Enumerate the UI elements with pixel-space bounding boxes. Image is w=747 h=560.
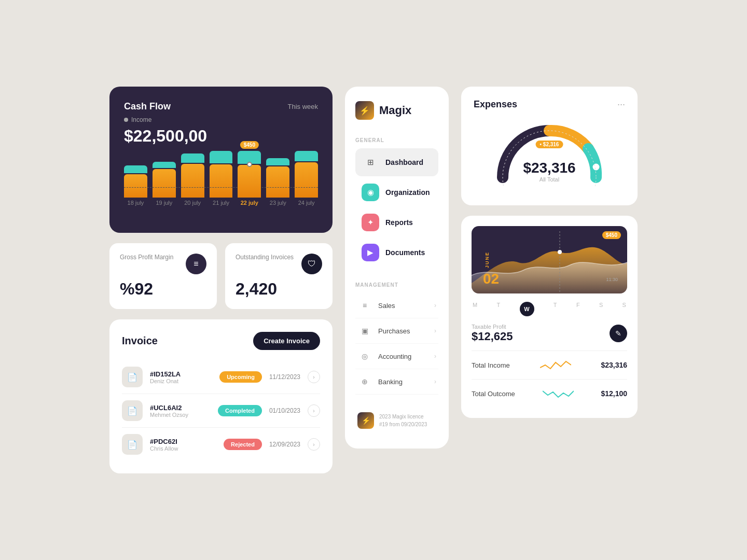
income-label: Income <box>131 116 151 123</box>
day-T1: T <box>496 302 500 316</box>
sales-arrow: › <box>434 302 436 309</box>
gross-profit-value: %92 <box>120 279 206 299</box>
left-column: Cash Flow This week Income $22,500,00 <box>109 87 333 473</box>
invoice-icon-1: 📄 <box>122 367 143 387</box>
bar-21july: 21 july <box>210 151 233 206</box>
bar-label-23july: 23 july <box>270 200 286 206</box>
expenses-more-button[interactable]: ··· <box>617 99 625 110</box>
week-days: M T W T F S S <box>472 302 627 316</box>
outcome-sparkline <box>543 386 574 401</box>
mgmt-label-banking: Banking <box>378 378 428 386</box>
invoice-info-3: #PDC62I Chris Allow <box>150 438 216 452</box>
invoice-info-2: #UCL6AI2 Mehmet Ozsoy <box>150 404 211 418</box>
status-badge-1: Upcoming <box>219 371 262 383</box>
chart-number: 02 <box>483 271 499 287</box>
mgmt-label-sales: Sales <box>378 302 428 310</box>
mgmt-item-accounting[interactable]: ◎ Accounting › <box>355 344 438 369</box>
logo-text: Magix <box>379 104 411 117</box>
footer-icon: ⚡ <box>357 412 374 429</box>
banking-icon: ⊕ <box>357 374 372 389</box>
purchases-icon: ▣ <box>357 324 372 338</box>
bar-label-24july: 24 july <box>298 200 315 206</box>
mgmt-item-sales[interactable]: ≡ Sales › <box>355 293 438 318</box>
gauge-center: $23,316 All Total <box>523 160 575 183</box>
outstanding-invoices-icon: 🛡 <box>301 254 322 274</box>
total-income-label: Total Income <box>472 361 510 369</box>
mgmt-item-purchases[interactable]: ▣ Purchases › <box>355 318 438 344</box>
day-S1: S <box>599 302 603 316</box>
bar-18july: 18 july <box>124 151 147 206</box>
invoice-date-2: 01/10/2023 <box>269 407 300 414</box>
expenses-title: Expenses <box>474 99 517 110</box>
total-outcome-label: Total Outcome <box>472 390 515 398</box>
bar-20july: 20 july <box>181 151 204 206</box>
svg-point-3 <box>558 250 562 254</box>
bar-tooltip: $450 <box>240 141 259 149</box>
chart-bars: 18 july 19 july <box>124 156 318 208</box>
nav-item-reports[interactable]: ✦ Reports <box>355 208 438 236</box>
nav-item-documents[interactable]: ▶ Documents <box>355 239 438 267</box>
nav-label-dashboard: Dashboard <box>385 158 423 166</box>
gross-profit-icon: ≡ <box>186 254 206 274</box>
bar-label-19july: 19 july <box>156 200 172 206</box>
bar-24july: 24 july <box>295 151 318 206</box>
sidebar: ⚡ Magix GENERAL ⊞ Dashboard ◉ Organizati… <box>345 87 449 449</box>
invoice-row-3: 📄 #PDC62I Chris Allow Rejected 12/09/202… <box>122 428 320 461</box>
day-S2: S <box>622 302 626 316</box>
status-badge-3: Rejected <box>224 439 262 450</box>
day-T2: T <box>554 302 557 316</box>
bar-label-18july: 18 july <box>128 200 144 206</box>
day-W: W <box>520 302 534 316</box>
invoice-date-3: 12/09/2023 <box>269 441 300 448</box>
nav-item-dashboard[interactable]: ⊞ Dashboard <box>355 148 438 176</box>
sales-icon: ≡ <box>357 298 372 313</box>
day-M: M <box>473 302 477 316</box>
bar-22july: $450 22 july <box>238 151 261 206</box>
income-sparkline <box>540 357 571 373</box>
bar-19july: 19 july <box>153 151 176 206</box>
create-invoice-button[interactable]: Create Invoice <box>253 332 320 350</box>
organization-icon: ◉ <box>362 184 379 201</box>
nav-item-organization[interactable]: ◉ Organization <box>355 178 438 206</box>
expenses-card: Expenses ··· • $2,316 <box>461 87 638 205</box>
gross-profit-label: Gross Profit Margin <box>120 254 173 261</box>
analytics-mini-chart: june $450 02 11:30 <box>472 226 627 293</box>
invoice-row-2: 📄 #UCL6AI2 Mehmet Ozsoy Completed 01/10/… <box>122 394 320 428</box>
taxable-value: $12,625 <box>472 330 513 343</box>
gauge-chart: • $2,316 $23,316 All Total <box>492 120 606 188</box>
general-section-label: GENERAL <box>355 137 438 143</box>
invoice-id-2: #UCL6AI2 <box>150 404 211 412</box>
mgmt-item-banking[interactable]: ⊕ Banking › <box>355 369 438 395</box>
edit-button[interactable]: ✎ <box>610 325 627 342</box>
management-section: MANAGEMENT ≡ Sales › ▣ Purchases › ◎ Acc… <box>355 279 438 395</box>
mgmt-label-purchases: Purchases <box>378 327 428 335</box>
management-section-label: MANAGEMENT <box>355 282 438 288</box>
outstanding-invoices-value: 2,420 <box>236 279 322 299</box>
invoice-name-3: Chris Allow <box>150 445 216 452</box>
chart-badge: $450 <box>602 231 621 239</box>
cash-flow-title: Cash Flow <box>124 101 171 112</box>
invoice-arrow-3[interactable]: › <box>308 438 320 451</box>
svg-point-0 <box>592 163 600 171</box>
invoice-arrow-1[interactable]: › <box>308 371 320 383</box>
accounting-icon: ◎ <box>357 349 372 363</box>
taxable-profit-row: Taxable Profit $12,625 ✎ <box>472 324 627 343</box>
nav-label-organization: Organization <box>385 188 430 197</box>
cash-flow-chart: 18 july 19 july <box>124 156 318 218</box>
reports-icon: ✦ <box>362 214 379 231</box>
invoice-arrow-2[interactable]: › <box>308 404 320 417</box>
dashboard-icon: ⊞ <box>362 153 379 171</box>
gauge-amount: $23,316 <box>523 160 575 176</box>
status-badge-2: Completed <box>218 405 262 416</box>
nav-label-reports: Reports <box>385 218 413 227</box>
total-outcome-value: $12,100 <box>601 389 627 398</box>
sidebar-footer: ⚡ 2023 Magix licence #19 from 09/20/2023 <box>355 407 438 434</box>
invoice-card: Invoice Create Invoice 📄 #ID152LA Deniz … <box>109 319 333 473</box>
invoice-id-1: #ID152LA <box>150 370 212 378</box>
gross-profit-card: Gross Profit Margin ≡ %92 <box>109 243 217 309</box>
stats-row: Gross Profit Margin ≡ %92 Outstanding In… <box>109 243 333 309</box>
bar-23july: 23 july <box>266 151 289 206</box>
total-outcome-row: Total Outcome $12,100 <box>472 379 627 408</box>
bar-label-22july: 22 july <box>241 200 258 206</box>
analytics-card: june $450 02 11:30 M T W T F S S Taxable… <box>461 216 638 418</box>
